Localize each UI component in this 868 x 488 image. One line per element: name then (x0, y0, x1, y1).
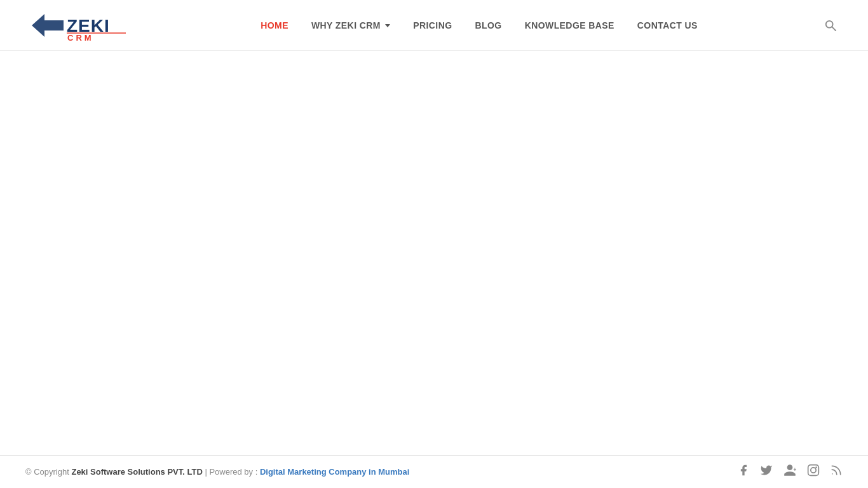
svg-point-10 (832, 473, 833, 475)
instagram-icon[interactable] (807, 464, 820, 480)
nav-blog[interactable]: BLOG (464, 20, 513, 30)
svg-point-8 (811, 468, 816, 473)
search-icon (825, 20, 836, 31)
svg-point-4 (826, 20, 833, 27)
facebook-icon[interactable] (737, 464, 750, 480)
nav-knowledge-base[interactable]: KNOWLEDGE BASE (513, 20, 626, 30)
svg-text:+: + (794, 467, 797, 473)
svg-text:CRM: CRM (67, 33, 94, 42)
main-content (0, 51, 868, 455)
chevron-down-icon (385, 24, 390, 27)
footer-powered-by-link[interactable]: Digital Marketing Company in Mumbai (260, 467, 409, 477)
footer-copyright: © Copyright Zeki Software Solutions PVT.… (25, 467, 409, 477)
logo-area[interactable]: ZEKI CRM (25, 9, 140, 42)
rss-icon[interactable] (830, 464, 843, 480)
nav-why-zeki-crm[interactable]: Why Zeki CRM (300, 20, 402, 30)
svg-line-5 (832, 27, 836, 30)
nav-contact-us[interactable]: CONTACT US (626, 20, 709, 30)
site-footer: © Copyright Zeki Software Solutions PVT.… (0, 455, 868, 488)
main-nav: HOME Why Zeki CRM PRICING BLOG KNOWLEDGE… (249, 20, 709, 30)
google-plus-icon[interactable]: + (783, 463, 797, 480)
nav-pricing[interactable]: PRICING (402, 20, 463, 30)
nav-home[interactable]: HOME (249, 20, 300, 30)
twitter-icon[interactable] (760, 464, 773, 480)
svg-rect-7 (808, 465, 819, 476)
search-button[interactable] (818, 20, 843, 31)
svg-point-9 (815, 466, 817, 468)
svg-marker-0 (32, 14, 64, 37)
logo-image: ZEKI CRM (25, 9, 140, 42)
social-icons-bar: + (737, 463, 843, 480)
site-header: ZEKI CRM HOME Why Zeki CRM PRICING BLOG … (0, 0, 868, 51)
